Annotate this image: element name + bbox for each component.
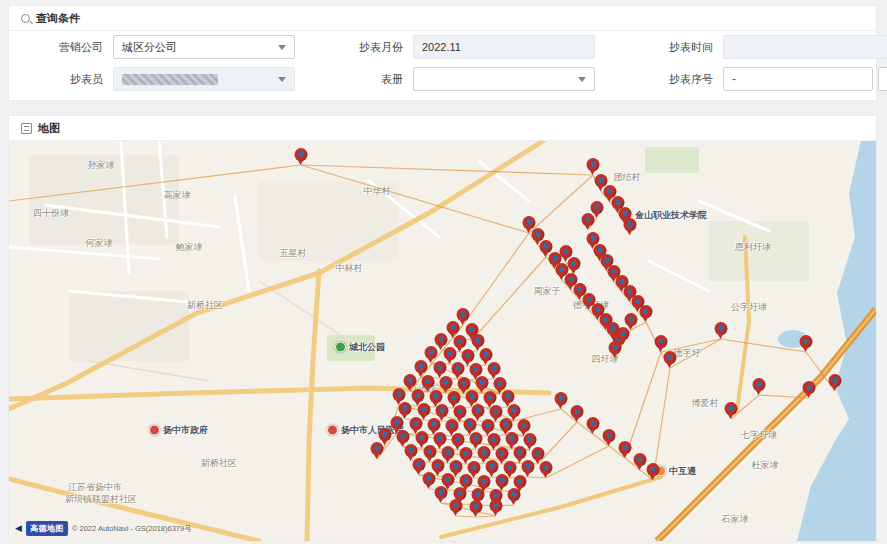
meter-location-pin[interactable]	[508, 488, 521, 506]
meter-location-pin[interactable]	[800, 335, 813, 353]
meter-location-pin[interactable]	[609, 341, 622, 359]
company-field: 营销公司 城区分公司	[23, 35, 323, 59]
map-attribution: ◀ 高德地图 © 2022 AutoNavi - GS(2018)6379号	[15, 521, 192, 536]
serial-label: 抄表序号	[633, 72, 723, 87]
meter-location-pin[interactable]	[619, 441, 632, 459]
chevron-down-icon	[278, 45, 286, 50]
meter-location-pin[interactable]	[540, 461, 553, 479]
meter-location-pin[interactable]	[664, 351, 677, 369]
month-value: 2022.11	[422, 41, 461, 53]
reader-label: 抄表员	[23, 72, 113, 87]
company-value: 城区分公司	[122, 40, 177, 55]
serial-min-input[interactable]: -	[723, 67, 873, 91]
meter-location-pin[interactable]	[603, 429, 616, 447]
month-label: 抄表月份	[323, 40, 413, 55]
amap-logo-triangle-icon: ◀	[15, 524, 22, 533]
company-label: 营销公司	[23, 40, 113, 55]
meter-location-pin[interactable]	[435, 486, 448, 504]
serial-min-value: -	[732, 72, 736, 86]
reader-field: 抄表员	[23, 67, 323, 91]
amap-logo[interactable]: 高德地图	[26, 521, 68, 536]
meter-location-pin[interactable]	[647, 463, 660, 481]
meter-location-pin[interactable]	[587, 417, 600, 435]
book-select[interactable]	[413, 67, 595, 91]
company-select[interactable]: 城区分公司	[113, 35, 295, 59]
meter-location-pin[interactable]	[568, 257, 581, 275]
query-panel-title: 查询条件	[36, 11, 80, 26]
map-panel-title: 地图	[38, 121, 60, 136]
reader-select[interactable]	[113, 67, 295, 91]
map-copyright: © 2022 AutoNavi - GS(2018)6379号	[72, 524, 192, 534]
map-panel: 地图	[8, 115, 877, 542]
meter-location-pin[interactable]	[450, 499, 463, 517]
query-panel-header: 查询条件	[9, 6, 876, 31]
redacted-reader-value	[122, 74, 218, 85]
book-label: 表册	[323, 72, 413, 87]
meter-location-pin[interactable]	[624, 218, 637, 236]
search-icon	[21, 14, 30, 23]
meter-location-pin[interactable]	[715, 322, 728, 340]
meter-location-pin[interactable]	[634, 453, 647, 471]
meter-location-pin[interactable]	[555, 392, 568, 410]
meter-location-pin[interactable]	[640, 305, 653, 323]
meter-location-pin[interactable]	[725, 402, 738, 420]
query-row-1: 营销公司 城区分公司 抄表月份 2022.11 抄表时间	[9, 31, 876, 63]
meter-location-pin[interactable]	[753, 378, 766, 396]
map-section-icon	[21, 123, 32, 134]
query-panel: 查询条件 营销公司 城区分公司 抄表月份 2022.11 抄表时间 抄表员	[8, 5, 877, 101]
meter-location-pin[interactable]	[829, 374, 842, 392]
serial-field: 抄表序号 - +	[633, 67, 887, 91]
map-pin-layer	[9, 141, 876, 541]
meter-location-pin[interactable]	[470, 500, 483, 518]
chevron-down-icon	[578, 77, 586, 82]
serial-range-group: - +	[723, 67, 887, 91]
meter-location-pin[interactable]	[571, 405, 584, 423]
chevron-down-icon	[278, 77, 286, 82]
time-field: 抄表时间	[633, 35, 887, 59]
meter-location-pin[interactable]	[295, 148, 308, 166]
serial-plus-button[interactable]: +	[878, 67, 887, 91]
book-field: 表册	[323, 67, 633, 91]
meter-location-pin[interactable]	[582, 213, 595, 231]
time-label: 抄表时间	[633, 40, 723, 55]
meter-location-pin[interactable]	[371, 442, 384, 460]
map-panel-header: 地图	[9, 116, 876, 141]
meter-location-pin[interactable]	[803, 381, 816, 399]
time-input[interactable]	[723, 35, 887, 59]
query-row-2: 抄表员 表册 抄表序号 - +	[9, 63, 876, 100]
meter-location-pin[interactable]	[490, 499, 503, 517]
month-field: 抄表月份 2022.11	[323, 35, 633, 59]
map-canvas[interactable]: 孙家埭高家埭四十份埭何家埭鲍家埭五星村中林村中华村团结村周家子德字圩埭恩利圩埭公…	[9, 141, 876, 541]
month-input[interactable]: 2022.11	[413, 35, 595, 59]
